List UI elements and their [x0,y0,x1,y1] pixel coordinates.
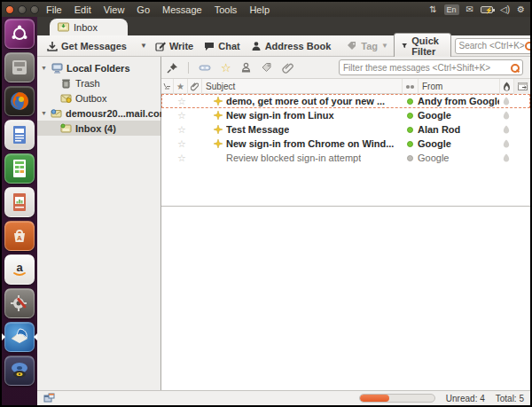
pin-icon[interactable] [167,62,178,74]
system-settings-icon[interactable] [4,288,35,318]
menu-view[interactable]: View [104,4,125,15]
folder-label: demousr20...mail.com [66,108,168,119]
total-count: Total: 5 [496,394,524,403]
star-icon[interactable]: ☆ [175,110,189,121]
folder-inbox[interactable]: Inbox (4) [37,121,160,136]
global-search-input[interactable]: Search <Ctrl+K> [455,38,532,54]
network-arrows-icon[interactable]: ⇅ [429,4,436,14]
menu-help[interactable]: Help [249,4,270,15]
menu-file[interactable]: File [46,4,62,15]
star-icon[interactable]: ☆ [175,96,189,107]
progress-bar [359,394,435,403]
twisty-icon[interactable]: ▼ [41,110,47,116]
menu-message[interactable]: Message [162,4,202,15]
write-button[interactable]: Write [150,39,199,53]
star-icon[interactable]: ☆ [175,138,189,150]
tab-inbox[interactable]: Inbox [50,19,128,35]
firefox-icon[interactable] [4,86,35,116]
libreoffice-impress-icon[interactable] [4,187,35,217]
read-column-icon[interactable] [403,79,419,94]
maximize-button[interactable] [30,5,39,14]
tag-filter-icon[interactable] [261,62,272,73]
volume-icon[interactable]: ◁) [500,4,510,14]
starred-filter-icon[interactable]: ☆ [221,62,231,74]
close-button[interactable] [5,5,14,14]
unread-count: Unread: 4 [446,394,485,403]
contact-filter-icon[interactable] [241,62,251,73]
junk-column-icon[interactable] [500,79,514,94]
window-controls [5,5,39,14]
unread-dot-icon[interactable] [407,98,413,105]
junk-status-icon[interactable] [503,125,510,134]
message-row[interactable]: ☆ Review blocked sign-in attempt Google [161,151,530,165]
mail-pane: ☆ Filter these messages <Ctrl+Shift+K> [161,57,530,390]
new-message-sparkle-icon [214,97,223,106]
filter-messages-input[interactable]: Filter these messages <Ctrl+Shift+K> [339,59,523,75]
menu-tools[interactable]: Tools [215,4,238,15]
libreoffice-calc-icon[interactable] [4,153,35,184]
mail-envelope-icon[interactable]: ✉ [466,4,473,14]
battery-charging-icon[interactable]: ⚡ [481,6,493,13]
star-column-icon[interactable]: ★ [174,79,188,94]
message-row[interactable]: ☆ Test Message Alan Rod [161,122,530,137]
message-from: Alan Rod [418,124,499,135]
message-subject: New sign-in from Linux [226,110,334,121]
unread-dot-icon[interactable] [407,113,413,119]
message-from: Google [418,110,499,121]
tag-button[interactable]: Tag ▼ [341,39,394,53]
quick-filter-bar: ☆ Filter these messages <Ctrl+Shift+K> [161,57,530,79]
folder-account[interactable]: ▼ demousr20...mail.com [37,106,160,121]
address-book-button[interactable]: Address Book [246,39,337,53]
message-row[interactable]: ☆ demo, get more out of your new ... And… [161,94,530,108]
read-dot-icon[interactable] [407,155,413,161]
folder-trash[interactable]: Trash [37,75,160,90]
chat-label: Chat [218,41,239,51]
unread-dot-icon[interactable] [407,141,413,147]
get-messages-dropdown[interactable]: ▼ [137,40,150,51]
thunderbird-icon[interactable] [4,322,35,352]
message-from: Google [418,138,499,149]
junk-status-icon[interactable] [503,139,510,148]
junk-status-icon[interactable] [503,153,510,162]
quick-filter-button[interactable]: Quick Filter [394,33,451,59]
message-row[interactable]: ☆ New sign-in from Linux Google [161,108,530,122]
folder-local-folders[interactable]: ▼ Local Folders [37,60,160,75]
unread-filter-icon[interactable] [199,64,211,72]
unread-dot-icon[interactable] [407,127,413,133]
junk-status-icon[interactable] [503,111,510,120]
folder-label: Local Folders [66,63,130,74]
amazon-icon[interactable]: a [4,254,35,285]
search-icon[interactable] [525,42,532,50]
libreoffice-writer-icon[interactable] [4,120,35,150]
thread-column-icon[interactable] [161,79,174,94]
ubuntu-logo-icon[interactable] [4,19,35,49]
column-picker-icon[interactable] [514,79,530,94]
chat-button[interactable]: Chat [199,39,245,53]
star-icon[interactable]: ☆ [175,124,189,136]
get-messages-button[interactable]: Get Messages [42,39,132,53]
filter-search-icon[interactable] [511,64,519,72]
status-bar: Unread: 4 Total: 5 [37,390,530,405]
system-tray: ⇅ En ✉ ⚡ ◁) ⚙ [429,4,525,15]
attachment-column-icon[interactable] [188,79,202,94]
junk-status-icon[interactable] [503,97,510,106]
message-subject: New sign-in from Chrome on Wind... [226,138,394,149]
files-icon[interactable] [4,52,35,82]
minimize-button[interactable] [18,5,27,14]
menu-go[interactable]: Go [137,4,150,15]
gear-icon[interactable]: ⚙ [517,4,525,14]
folder-outbox[interactable]: Outbox [37,90,160,106]
message-row[interactable]: ☆ New sign-in from Chrome on Wind... Goo… [161,137,530,151]
keyboard-layout-indicator[interactable]: En [444,4,459,15]
attachment-filter-icon[interactable] [282,62,293,74]
from-column-header[interactable]: From [419,79,500,94]
twisty-icon[interactable]: ▼ [41,65,48,71]
menu-edit[interactable]: Edit [74,4,91,15]
status-panel-icon[interactable] [43,393,55,403]
software-center-icon[interactable]: A [4,221,35,251]
disk-icon[interactable] [4,356,35,386]
star-icon[interactable]: ☆ [175,153,189,164]
column-header: ★ Subject From [161,79,530,94]
quick-filter-label: Quick Filter [411,35,442,57]
subject-column-header[interactable]: Subject [202,79,403,94]
